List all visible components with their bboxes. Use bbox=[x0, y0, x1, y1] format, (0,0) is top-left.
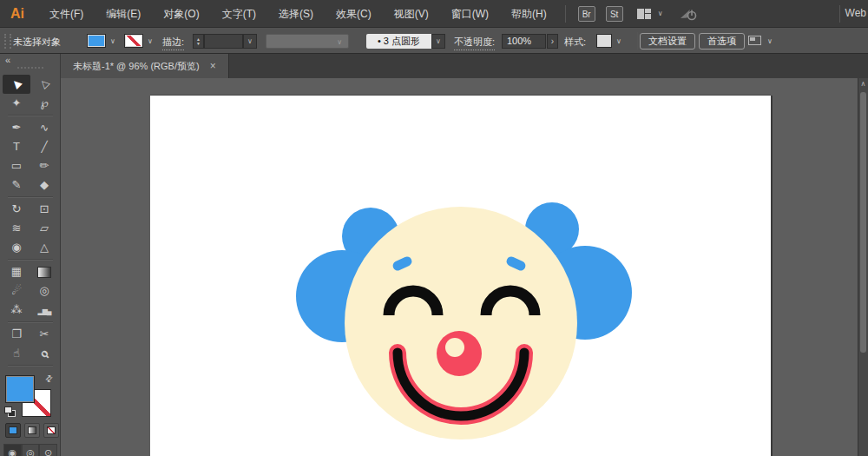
eraser-icon: ◆ bbox=[40, 175, 49, 195]
swap-fill-stroke-icon[interactable]: ⇄ bbox=[43, 373, 55, 385]
chevron-down-icon: ∨ bbox=[247, 37, 253, 45]
tool-symbol-sprayer[interactable]: ⁂ bbox=[3, 301, 30, 320]
tool-curvature[interactable]: ∿ bbox=[30, 118, 58, 137]
clown-nose-highlight bbox=[445, 338, 464, 357]
rotate-icon: ↻ bbox=[12, 200, 22, 219]
tool-eyedropper[interactable]: ☄ bbox=[3, 281, 30, 301]
share-icon[interactable] bbox=[679, 6, 698, 22]
drawing-mode-1[interactable]: ◎ bbox=[22, 444, 40, 456]
menu-item-effect[interactable]: 效果(C) bbox=[325, 0, 383, 28]
tool-perspective-grid[interactable]: △ bbox=[30, 238, 58, 257]
menu-item-object[interactable]: 对象(O) bbox=[152, 0, 210, 28]
tool-hand[interactable]: ☝ bbox=[3, 344, 30, 363]
stroke-color-swatch[interactable] bbox=[124, 34, 143, 48]
menu-item-file[interactable]: 文件(F) bbox=[38, 0, 95, 28]
chevron-down-icon[interactable]: ∨ bbox=[616, 37, 621, 45]
tool-type[interactable]: T bbox=[3, 137, 30, 156]
artboard[interactable] bbox=[150, 96, 771, 456]
fill-color-well[interactable] bbox=[5, 375, 35, 403]
tool-width[interactable]: ≋ bbox=[3, 219, 30, 238]
tool-mesh[interactable]: ▦ bbox=[3, 262, 30, 281]
tool-rotate[interactable]: ↻ bbox=[3, 200, 30, 219]
document-setup-button[interactable]: 文档设置 bbox=[640, 33, 695, 50]
workspace-switcher-icon[interactable] bbox=[637, 9, 651, 19]
tool-eraser[interactable]: ◆ bbox=[30, 175, 58, 195]
tool-scale[interactable]: ⊡ bbox=[30, 200, 58, 219]
divider bbox=[839, 5, 840, 23]
canvas-pasteboard[interactable] bbox=[61, 78, 858, 456]
tool-direct-selection[interactable]: ▷ bbox=[30, 75, 58, 94]
tool-pencil[interactable]: ✎ bbox=[3, 175, 30, 195]
tool-pen[interactable]: ✒ bbox=[3, 118, 30, 137]
stroke-weight-stepper[interactable]: ▲ ▼ bbox=[193, 34, 204, 49]
workspace-label[interactable]: Web bbox=[845, 7, 866, 19]
tool-artboard[interactable]: ❐ bbox=[3, 325, 30, 344]
clown-face[interactable] bbox=[345, 207, 577, 439]
color-mode-button[interactable] bbox=[5, 423, 21, 438]
pen-icon: ✒ bbox=[12, 118, 22, 137]
scroll-up-icon[interactable]: ∧ bbox=[858, 78, 868, 90]
collapse-panel-icon[interactable]: « bbox=[5, 55, 10, 65]
selection-icon: ▶ bbox=[7, 75, 26, 94]
preferences-button[interactable]: 首选项 bbox=[699, 33, 745, 50]
panel-grip[interactable] bbox=[17, 67, 43, 69]
menu-item-help[interactable]: 帮助(H) bbox=[500, 0, 558, 28]
none-mode-button[interactable] bbox=[43, 423, 59, 438]
menu-item-type[interactable]: 文字(T) bbox=[211, 0, 267, 28]
drawing-mode-0[interactable]: ◉ bbox=[3, 444, 22, 456]
chevron-down-icon[interactable]: ∨ bbox=[658, 10, 663, 17]
tool-column-graph[interactable]: ▂▆▄ bbox=[30, 301, 58, 320]
menu-item-window[interactable]: 窗口(W) bbox=[440, 0, 500, 28]
brush-preview-dot: • bbox=[378, 36, 381, 46]
close-icon[interactable]: × bbox=[210, 60, 216, 72]
lasso-icon: ℘ bbox=[40, 94, 48, 113]
stroke-weight-dropdown[interactable]: ∨ bbox=[243, 34, 257, 49]
tool-magic-wand[interactable]: ✦ bbox=[3, 94, 30, 113]
stroke-weight-label[interactable]: 描边: bbox=[162, 36, 184, 50]
tool-zoom[interactable]: ϙ bbox=[30, 344, 58, 363]
gradient-icon bbox=[28, 426, 36, 434]
divider bbox=[565, 5, 566, 23]
drawing-modes-row: ◉◎⊙ bbox=[3, 444, 57, 456]
tool-selection[interactable]: ▶ bbox=[3, 75, 30, 94]
menu-item-edit[interactable]: 编辑(E) bbox=[95, 0, 152, 28]
tool-blend[interactable]: ◎ bbox=[30, 281, 58, 301]
tool-lasso[interactable]: ℘ bbox=[30, 94, 58, 113]
tool-shape-builder[interactable]: ◉ bbox=[3, 238, 30, 257]
fill-color-swatch[interactable] bbox=[87, 34, 106, 48]
default-fill-stroke-icon[interactable] bbox=[4, 406, 16, 417]
style-swatch[interactable] bbox=[596, 34, 612, 48]
brush-dropdown-arrow[interactable]: ∨ bbox=[431, 34, 445, 49]
panel-grip[interactable] bbox=[4, 34, 11, 49]
tool-slice[interactable]: ✂ bbox=[30, 325, 58, 344]
menu-item-view[interactable]: 视图(V) bbox=[383, 0, 440, 28]
slice-icon: ✂ bbox=[40, 325, 49, 344]
opacity-label[interactable]: 不透明度: bbox=[454, 36, 495, 50]
opacity-popup-arrow[interactable]: › bbox=[547, 34, 558, 49]
chevron-down-icon[interactable]: ∨ bbox=[767, 37, 773, 45]
stock-button[interactable]: St bbox=[606, 6, 623, 22]
rectangle-icon: ▭ bbox=[11, 156, 22, 175]
chevron-down-icon[interactable]: ∨ bbox=[110, 37, 115, 45]
drawing-mode-2[interactable]: ⊙ bbox=[39, 444, 57, 456]
bridge-button[interactable]: Br bbox=[578, 6, 595, 22]
opacity-value-field[interactable]: 100% bbox=[502, 34, 546, 49]
chevron-down-icon[interactable]: ∨ bbox=[148, 37, 153, 45]
arrange-documents-icon[interactable] bbox=[748, 36, 761, 45]
tool-rectangle[interactable]: ▭ bbox=[3, 156, 30, 175]
gradient-icon bbox=[37, 267, 51, 278]
brush-definition-dropdown[interactable]: • 3 点圆形 bbox=[366, 34, 431, 49]
tool-free-transform[interactable]: ▱ bbox=[30, 219, 58, 238]
stepper-down-icon[interactable]: ▼ bbox=[196, 42, 201, 45]
vertical-scrollbar[interactable]: ∧ bbox=[858, 78, 868, 456]
tool-line-segment[interactable]: ╱ bbox=[30, 137, 58, 156]
tool-gradient[interactable] bbox=[30, 262, 58, 281]
clown-artwork[interactable] bbox=[150, 96, 771, 456]
scrollbar-thumb[interactable] bbox=[860, 92, 866, 353]
gradient-mode-button[interactable] bbox=[24, 423, 40, 438]
document-tab[interactable]: 未标题-1* @ 96% (RGB/预览) × bbox=[61, 54, 229, 78]
menu-item-select[interactable]: 选择(S) bbox=[267, 0, 325, 28]
paintbrush-icon: ✏ bbox=[40, 156, 49, 175]
tool-paintbrush[interactable]: ✏ bbox=[30, 156, 58, 175]
stroke-weight-value[interactable] bbox=[204, 34, 243, 49]
